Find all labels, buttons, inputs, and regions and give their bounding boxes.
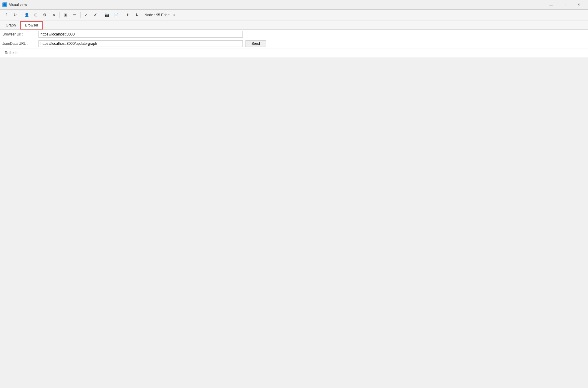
refresh-toolbar-icon: ↻: [14, 13, 17, 17]
app-title: Visual view: [9, 3, 27, 7]
file-button[interactable]: 📄: [112, 11, 120, 19]
camera-button[interactable]: 📷: [103, 11, 111, 19]
send-button[interactable]: Send: [245, 40, 266, 47]
window-controls: — □ ✕: [544, 0, 586, 10]
toolbar-more[interactable]: »: [173, 13, 175, 17]
add-node-icon: 👤: [24, 13, 29, 17]
cross-icon: ✗: [94, 13, 97, 17]
jsondata-url-input[interactable]: [38, 40, 243, 47]
app-icon: [2, 2, 7, 7]
minus-icon: ▭: [73, 13, 76, 17]
close-button[interactable]: ✕: [572, 0, 586, 10]
sep1: [21, 12, 21, 18]
maximize-button[interactable]: □: [558, 0, 572, 10]
title-bar-left: Visual view: [2, 2, 27, 7]
sep2: [59, 12, 60, 18]
cross-button[interactable]: ✗: [91, 11, 99, 19]
node-edge-info: Node : 95 Edge :: [145, 13, 172, 17]
check-icon: ✓: [85, 13, 88, 17]
sep3: [80, 12, 81, 18]
upload-button[interactable]: ⬆: [123, 11, 132, 19]
download-icon: ⬇: [135, 13, 139, 17]
jsondata-url-row: JsonData URL : Send: [0, 39, 588, 48]
minimize-button[interactable]: —: [544, 0, 558, 10]
open-button[interactable]: ⤴: [2, 11, 10, 19]
svg-point-0: [3, 3, 6, 6]
main-content: Graph Browser Browser Url : JsonData URL…: [0, 20, 588, 388]
refresh-toolbar-button[interactable]: ↻: [11, 11, 19, 19]
browser-url-label: Browser Url :: [2, 32, 38, 36]
tab-graph[interactable]: Graph: [1, 21, 20, 29]
settings-icon: ⚙: [43, 13, 47, 17]
tabs: Graph Browser: [0, 20, 588, 30]
add-node-button[interactable]: 👤: [23, 11, 31, 19]
browser-url-row: Browser Url :: [0, 30, 588, 39]
close-x-icon: ✕: [52, 13, 56, 17]
settings-button[interactable]: ⚙: [41, 11, 49, 19]
graph-area: [station_route] [transfer] [transfer] [t…: [0, 58, 588, 388]
minus-button[interactable]: ▭: [70, 11, 79, 19]
title-bar: Visual view — □ ✕: [0, 0, 588, 10]
file-icon: 📄: [114, 13, 118, 17]
browser-url-input[interactable]: [38, 31, 243, 38]
refresh-button[interactable]: Refresh: [2, 50, 20, 56]
sep4: [101, 12, 101, 18]
open-icon: ⤴: [5, 13, 7, 17]
grid-icon: ⊞: [34, 13, 38, 17]
camera-icon: 📷: [105, 13, 109, 17]
jsondata-url-label: JsonData URL :: [2, 42, 38, 46]
select-button[interactable]: ▣: [61, 11, 70, 19]
close-x-button[interactable]: ✕: [50, 11, 58, 19]
graph-wrapper[interactable]: [station_route] [transfer] [transfer] [t…: [0, 58, 588, 388]
download-button[interactable]: ⬇: [133, 11, 141, 19]
sep5: [122, 12, 122, 18]
browser-panel: Browser Url : JsonData URL : Send Refres…: [0, 30, 588, 58]
check-button[interactable]: ✓: [82, 11, 90, 19]
tab-browser[interactable]: Browser: [20, 21, 43, 29]
refresh-row: Refresh: [0, 48, 588, 58]
grid-button[interactable]: ⊞: [32, 11, 40, 19]
upload-icon: ⬆: [126, 13, 129, 17]
toolbar: ⤴ ↻ 👤 ⊞ ⚙ ✕ ▣ ▭ ✓ ✗ 📷 📄 ⬆ ⬇ Node : 95 Ed…: [0, 10, 588, 20]
select-icon: ▣: [64, 13, 67, 17]
